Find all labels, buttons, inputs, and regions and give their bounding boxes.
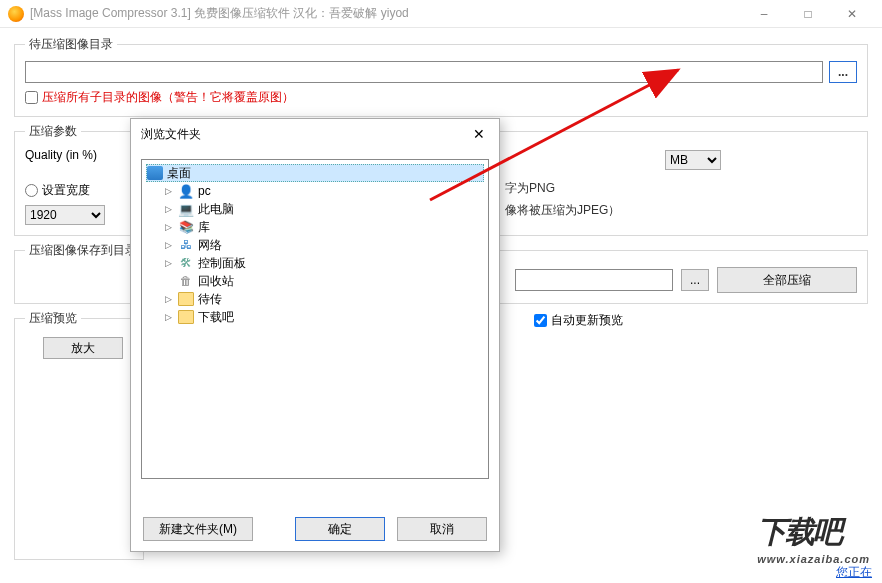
tree-item-label: 库 bbox=[198, 219, 210, 236]
watermark-logo: 下载吧 www.xiazaiba.com bbox=[757, 512, 870, 565]
tree-item-folder-download[interactable]: ▷ 下载吧 bbox=[162, 308, 484, 326]
expander-icon[interactable]: ▷ bbox=[162, 203, 174, 215]
titlebar: [Mass Image Compressor 3.1] 免费图像压缩软件 汉化：… bbox=[0, 0, 882, 28]
expander-icon[interactable]: ▷ bbox=[162, 311, 174, 323]
dialog-close-button[interactable]: ✕ bbox=[469, 126, 489, 142]
user-icon: 👤 bbox=[178, 184, 194, 198]
cancel-button[interactable]: 取消 bbox=[397, 517, 487, 541]
size-unit-select[interactable]: MB bbox=[665, 150, 721, 170]
tree-item-controlpanel[interactable]: ▷ 🛠 控制面板 bbox=[162, 254, 484, 272]
expander-icon[interactable]: ▷ bbox=[162, 239, 174, 251]
desktop-icon bbox=[147, 166, 163, 180]
tree-item-label: 回收站 bbox=[198, 273, 234, 290]
dialog-title: 浏览文件夹 bbox=[141, 126, 469, 143]
preview-group: 压缩预览 放大 bbox=[14, 310, 144, 560]
auto-update-input[interactable] bbox=[534, 314, 547, 327]
tree-item-thispc[interactable]: ▷ 💻 此电脑 bbox=[162, 200, 484, 218]
auto-update-checkbox[interactable]: 自动更新预览 bbox=[534, 312, 623, 329]
browse-folder-dialog: 浏览文件夹 ✕ 桌面 ▷ 👤 pc ▷ 💻 此电脑 ▷ 📚 库 bbox=[130, 118, 500, 552]
recurse-subdirs-checkbox[interactable]: 压缩所有子目录的图像（警告！它将覆盖原图） bbox=[25, 89, 857, 106]
folder-icon bbox=[178, 292, 194, 306]
auto-update-label: 自动更新预览 bbox=[551, 312, 623, 329]
tree-item-network[interactable]: ▷ 🖧 网络 bbox=[162, 236, 484, 254]
window-title: [Mass Image Compressor 3.1] 免费图像压缩软件 汉化：… bbox=[30, 5, 742, 22]
pc-icon: 💻 bbox=[178, 202, 194, 216]
save-dir-input[interactable] bbox=[515, 269, 673, 291]
app-icon bbox=[8, 6, 24, 22]
set-width-radio-input[interactable] bbox=[25, 184, 38, 197]
save-dir-legend: 压缩图像保存到目录 bbox=[25, 242, 141, 259]
tree-item-label: pc bbox=[198, 184, 211, 198]
tree-item-recyclebin[interactable]: 🗑 回收站 bbox=[178, 272, 484, 290]
width-select[interactable]: 1920 bbox=[25, 205, 105, 225]
ok-button[interactable]: 确定 bbox=[295, 517, 385, 541]
dialog-titlebar[interactable]: 浏览文件夹 ✕ bbox=[131, 119, 499, 149]
quality-label: Quality (in %) bbox=[25, 148, 105, 162]
set-width-label: 设置宽度 bbox=[42, 182, 90, 199]
source-dir-legend: 待压缩图像目录 bbox=[25, 36, 117, 53]
tree-item-label: 此电脑 bbox=[198, 201, 234, 218]
tree-root-label: 桌面 bbox=[167, 165, 191, 182]
recurse-subdirs-label: 压缩所有子目录的图像（警告！它将覆盖原图） bbox=[42, 89, 294, 106]
new-folder-button[interactable]: 新建文件夹(M) bbox=[143, 517, 253, 541]
tree-item-label: 待传 bbox=[198, 291, 222, 308]
preview-legend: 压缩预览 bbox=[25, 310, 81, 327]
png-note: 字为PNG bbox=[505, 180, 555, 197]
control-panel-icon: 🛠 bbox=[178, 256, 194, 270]
source-dir-group: 待压缩图像目录 ... 压缩所有子目录的图像（警告！它将覆盖原图） bbox=[14, 36, 868, 117]
tree-item-label: 网络 bbox=[198, 237, 222, 254]
expander-icon[interactable]: ▷ bbox=[162, 257, 174, 269]
folder-tree[interactable]: 桌面 ▷ 👤 pc ▷ 💻 此电脑 ▷ 📚 库 ▷ 🖧 网络 bbox=[141, 159, 489, 479]
maximize-button[interactable]: □ bbox=[786, 0, 830, 28]
library-icon: 📚 bbox=[178, 220, 194, 234]
jpeg-note: 像将被压缩为JPEG） bbox=[505, 202, 620, 219]
tree-item-label: 控制面板 bbox=[198, 255, 246, 272]
recycle-bin-icon: 🗑 bbox=[178, 274, 194, 288]
watermark-text: 下载吧 bbox=[757, 512, 870, 553]
tree-root-desktop[interactable]: 桌面 bbox=[146, 164, 484, 182]
expander-icon[interactable]: ▷ bbox=[162, 221, 174, 233]
source-dir-input[interactable] bbox=[25, 61, 823, 83]
set-width-radio[interactable]: 设置宽度 bbox=[25, 182, 105, 199]
compress-all-button[interactable]: 全部压缩 bbox=[717, 267, 857, 293]
minimize-button[interactable]: – bbox=[742, 0, 786, 28]
tree-item-label: 下载吧 bbox=[198, 309, 234, 326]
params-legend: 压缩参数 bbox=[25, 123, 81, 140]
tree-item-user[interactable]: ▷ 👤 pc bbox=[162, 182, 484, 200]
status-link[interactable]: 您正在 bbox=[836, 564, 872, 581]
close-button[interactable]: ✕ bbox=[830, 0, 874, 28]
folder-icon bbox=[178, 310, 194, 324]
browse-source-button[interactable]: ... bbox=[829, 61, 857, 83]
expander-icon[interactable]: ▷ bbox=[162, 185, 174, 197]
tree-item-folder-pending[interactable]: ▷ 待传 bbox=[162, 290, 484, 308]
tree-item-libraries[interactable]: ▷ 📚 库 bbox=[162, 218, 484, 236]
expander-icon[interactable]: ▷ bbox=[162, 293, 174, 305]
browse-save-button[interactable]: ... bbox=[681, 269, 709, 291]
network-icon: 🖧 bbox=[178, 238, 194, 252]
recurse-subdirs-input[interactable] bbox=[25, 91, 38, 104]
zoom-button[interactable]: 放大 bbox=[43, 337, 123, 359]
